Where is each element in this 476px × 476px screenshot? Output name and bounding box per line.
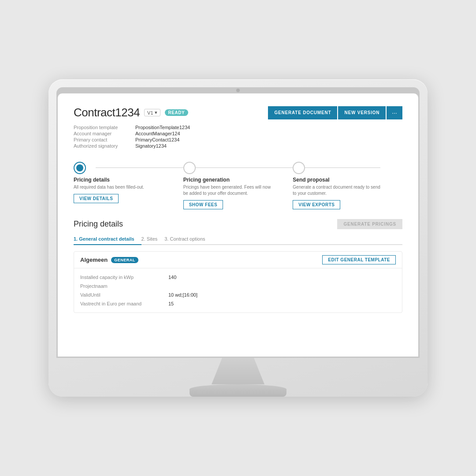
tab-general-contract-details[interactable]: 1. General contract details — [74, 234, 141, 245]
tab-sites[interactable]: 2. Sites — [141, 234, 165, 245]
screen-bezel: Contract1234 V1 ▾ READY GENERATE DOCUMEN… — [56, 87, 420, 358]
data-value-vastrecht: 15 — [168, 301, 396, 306]
chevron-down-icon: ▾ — [155, 110, 157, 115]
card-header: Algemeen GENERAL EDIT GENERAL TEMPLATE — [74, 252, 402, 268]
view-details-button[interactable]: VIEW DETAILS — [74, 194, 119, 203]
version-label: V1 — [147, 110, 153, 115]
meta-label-0: Proposition template — [74, 125, 135, 130]
step-desc-3: Generate a contract document ready to se… — [293, 184, 381, 197]
meta-label-1: Account manager — [74, 131, 135, 136]
step-send-proposal: Send proposal Generate a contract docume… — [293, 162, 402, 209]
tabs-row: 1. General contract details 2. Sites 3. … — [74, 234, 402, 245]
card-body: Installed capacity in kWp 140 Projectnaa… — [74, 268, 402, 312]
step-pricing-generation: Pricing generation Pricings have been ge… — [183, 162, 293, 209]
table-row: Vastrecht in Euro per maand 15 — [80, 299, 396, 308]
step-title-1: Pricing details — [74, 177, 110, 183]
meta-value-1: AccountManager124 — [135, 131, 402, 136]
card-title: Algemeen — [80, 257, 108, 263]
monitor-stand-base — [190, 384, 286, 397]
meta-value-2: PrimaryContact1234 — [135, 137, 402, 142]
status-badge: READY — [165, 109, 189, 116]
step-title-3: Send proposal — [293, 177, 329, 183]
table-row: Projectnaam — [80, 282, 396, 290]
table-row: ValidUntil 10 wd;[16:00] — [80, 290, 396, 299]
show-fees-button[interactable]: SHOW FEES — [183, 200, 223, 209]
version-selector[interactable]: V1 ▾ — [144, 109, 160, 116]
monitor: Contract1234 V1 ▾ READY GENERATE DOCUMEN… — [48, 79, 428, 397]
step-circle-2 — [183, 162, 196, 174]
step-circle-3 — [293, 162, 305, 174]
meta-label-2: Primary contact — [74, 137, 135, 142]
data-label-vastrecht: Vastrecht in Euro per maand — [80, 301, 168, 306]
general-badge: GENERAL — [111, 257, 138, 263]
step-circle-1 — [74, 162, 86, 174]
step-title-2: Pricing generation — [183, 177, 230, 183]
title-area: Contract1234 V1 ▾ READY — [74, 106, 188, 119]
data-value-projectnaam — [168, 283, 396, 289]
tab-contract-options[interactable]: 3. Contract options — [164, 234, 212, 245]
header-buttons: GENERATE DOCUMENT NEW VERSION ··· — [268, 106, 402, 119]
section-title: Pricing details — [74, 219, 123, 229]
generate-pricings-button[interactable]: GENERATE PRICINGS — [337, 219, 402, 229]
table-row: Installed capacity in kWp 140 — [80, 273, 396, 282]
generate-document-button[interactable]: GENERATE DOCUMENT — [268, 106, 337, 119]
data-value-validuntil: 10 wd;[16:00] — [168, 292, 396, 298]
data-value-capacity: 140 — [168, 275, 396, 280]
page-header: Contract1234 V1 ▾ READY GENERATE DOCUMEN… — [74, 106, 402, 119]
data-label-projectnaam: Projectnaam — [80, 283, 168, 289]
steps-container: Pricing details All required data has be… — [74, 157, 402, 209]
step-desc-1: All required data has been filled-out. — [74, 184, 144, 190]
meta-fields: Proposition template PropositionTemplate… — [74, 125, 402, 149]
new-version-button[interactable]: NEW VERSION — [338, 106, 386, 119]
data-label-validuntil: ValidUntil — [80, 292, 168, 298]
step-desc-2: Pricings have been generated. Fees will … — [183, 184, 271, 197]
monitor-stand-neck — [212, 358, 264, 384]
view-exports-button[interactable]: VIEW EXPORTS — [293, 200, 340, 209]
camera-dot — [236, 89, 240, 92]
section-header: Pricing details GENERATE PRICINGS — [74, 219, 402, 229]
card-title-area: Algemeen GENERAL — [80, 257, 138, 263]
screen: Contract1234 V1 ▾ READY GENERATE DOCUMEN… — [58, 93, 418, 357]
meta-label-3: Authorized signatory — [74, 143, 135, 149]
meta-value-0: PropositionTemplate1234 — [135, 125, 402, 130]
edit-general-template-button[interactable]: EDIT GENERAL TEMPLATE — [322, 255, 396, 264]
algemeen-card: Algemeen GENERAL EDIT GENERAL TEMPLATE I… — [74, 251, 402, 313]
more-options-button[interactable]: ··· — [387, 106, 402, 119]
meta-value-3: Signatory1234 — [135, 143, 402, 149]
step-pricing-details: Pricing details All required data has be… — [74, 162, 183, 203]
contract-title: Contract1234 — [74, 106, 140, 119]
data-label-capacity: Installed capacity in kWp — [80, 275, 168, 280]
